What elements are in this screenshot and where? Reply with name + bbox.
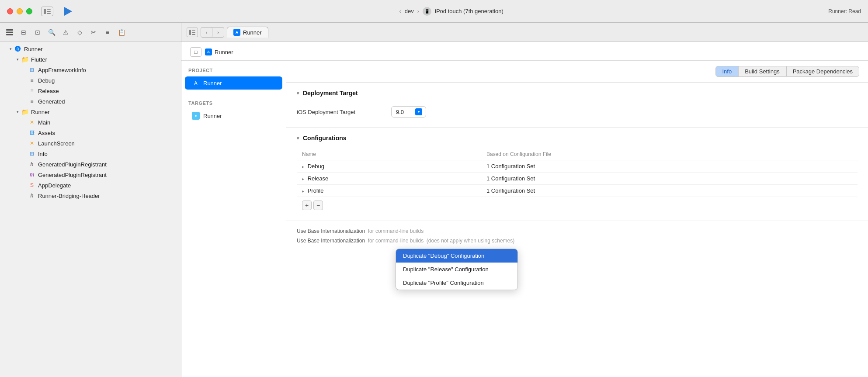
remove-config-button[interactable]: − — [313, 201, 323, 210]
file-icon: ≡ — [28, 97, 36, 105]
sidebar-item-runner-folder[interactable]: 📁 Runner — [2, 107, 179, 117]
nav-button-group: ‹ › — [201, 27, 224, 38]
sidebar-label-assets: Assets — [38, 130, 55, 136]
back-chevron-icon: ‹ — [399, 8, 401, 14]
config-debug-name: ▸ Debug — [297, 160, 481, 173]
breakpoints-icon[interactable]: ◇ — [73, 28, 86, 37]
row-chevron-icon: ▸ — [302, 176, 304, 181]
sidebar-content: 🅐 Runner 📁 Flutter ⊞ AppFrameworkInfo ≡ … — [0, 42, 181, 377]
ios-deployment-row: iOS Deployment Target 9.0 ▾ — [297, 104, 858, 120]
sidebar-item-generated[interactable]: ≡ Generated — [2, 96, 179, 107]
title-bar: ‹ dev › 📱 iPod touch (7th generation) Ru… — [0, 0, 868, 23]
deployment-target-section: ▾ Deployment Target iOS Deployment Targe… — [286, 83, 868, 128]
warning-icon[interactable]: ⚠ — [59, 28, 72, 37]
sidebar-item-appdelegate[interactable]: S AppDelegate — [2, 180, 179, 190]
sidebar-label-generated-plugin-h: GeneratedPluginRegistrant — [38, 161, 107, 168]
device-label: iPod touch (7th generation) — [435, 8, 503, 14]
loc-muted-text2: for command-line builds (does not apply … — [368, 238, 515, 244]
xcode2-icon: ✕ — [28, 139, 36, 147]
project-runner-icon: A — [192, 79, 200, 87]
title-center: ‹ dev › 📱 iPod touch (7th generation) — [80, 7, 823, 16]
svg-rect-0 — [44, 9, 46, 14]
sidebar-label-runner-root: Runner — [24, 46, 43, 52]
project-runner-item[interactable]: A Runner — [185, 76, 282, 90]
deployment-target-dropdown[interactable]: 9.0 ▾ — [391, 106, 426, 118]
tab-runner-label: Runner — [243, 29, 262, 36]
tab-build-settings[interactable]: Build Settings — [738, 66, 786, 77]
svg-rect-9 — [192, 32, 195, 33]
sidebar: ⊟ ⊡ 🔍 ⚠ ◇ ✂ ≡ 📋 🅐 Runner 📁 Flutter — [0, 23, 181, 377]
svg-rect-6 — [6, 34, 13, 35]
play-button[interactable] — [62, 5, 74, 17]
loc-line1: Use Base Internationalization for comman… — [297, 228, 858, 234]
table-row[interactable]: ▸ Profile 1 Configuration Set — [297, 185, 858, 197]
sidebar-item-debug[interactable]: ≡ Debug — [2, 75, 179, 86]
sidebar-item-generated-plugin-h[interactable]: h GeneratedPluginRegistrant — [2, 159, 179, 169]
h2-icon: h — [28, 192, 36, 200]
sidebar-item-info[interactable]: ⊞ Info — [2, 149, 179, 159]
col-based-on-header: Based on Configuration File — [481, 149, 858, 160]
dropdown-item-duplicate-release[interactable]: Duplicate "Release" Configuration — [396, 263, 517, 276]
inspector-toggle-btn[interactable]: □ — [190, 47, 201, 57]
sidebar-item-generated-plugin-m[interactable]: m GeneratedPluginRegistrant — [2, 169, 179, 180]
sidebar-item-appframeworkinfo[interactable]: ⊞ AppFrameworkInfo — [2, 65, 179, 75]
chevron-icon — [14, 56, 21, 63]
sidebar-item-assets[interactable]: 🖼 Assets — [2, 128, 179, 138]
sidebar-toggle-btn[interactable] — [187, 28, 198, 37]
add-config-button[interactable]: + — [302, 201, 312, 210]
table-row[interactable]: ▸ Release 1 Configuration Set — [297, 173, 858, 185]
sidebar-label-generated-plugin-m: GeneratedPluginRegistrant — [38, 172, 107, 178]
content-title: A Runner — [205, 48, 233, 55]
sidebar-item-release[interactable]: ≡ Release — [2, 86, 179, 96]
sidebar-item-launchscreen[interactable]: ✕ LaunchScreen — [2, 138, 179, 149]
forward-nav-button[interactable]: › — [212, 28, 224, 37]
svg-rect-4 — [6, 29, 13, 31]
svg-rect-5 — [6, 31, 13, 33]
search-icon[interactable]: 🔍 — [45, 28, 58, 37]
debug-icon[interactable]: ⊟ — [17, 28, 30, 37]
config-profile-name: ▸ Profile — [297, 185, 481, 197]
loc-muted-text: for command-line builds — [368, 228, 424, 234]
close-button[interactable] — [7, 8, 13, 14]
dropdown-item-duplicate-profile[interactable]: Duplicate "Profile" Configuration — [396, 276, 517, 290]
xcode-icon: ✕ — [28, 118, 36, 126]
chevron-icon — [7, 45, 14, 52]
filter-icon[interactable]: ≡ — [101, 28, 114, 37]
file-icon: ≡ — [28, 87, 36, 95]
main-content: PROJECT A Runner TARGETS ✦ Runner Info — [181, 61, 868, 377]
back-nav-button[interactable]: ‹ — [201, 28, 212, 37]
loc-note: (does not apply when using schemes) — [427, 238, 514, 244]
sidebar-item-flutter[interactable]: 📁 Flutter — [2, 54, 179, 65]
sidebar-toggle-icon[interactable] — [41, 7, 53, 16]
deployment-section-title: Deployment Target — [303, 90, 358, 97]
dropdown-item-duplicate-debug[interactable]: Duplicate "Debug" Configuration — [396, 249, 517, 263]
deployment-section-header[interactable]: ▾ Deployment Target — [297, 90, 858, 97]
config-section-title: Configurations — [303, 135, 347, 142]
clipboard-icon[interactable]: 📋 — [115, 28, 128, 37]
svg-rect-1 — [47, 9, 51, 10]
tab-info[interactable]: Info — [715, 66, 738, 77]
sidebar-item-runner-root[interactable]: 🅐 Runner — [2, 44, 179, 54]
hierarchy-icon[interactable]: ⊡ — [31, 28, 44, 37]
config-release-based-on: 1 Configuration Set — [481, 173, 858, 185]
deployment-value-label: 9.0 — [396, 109, 404, 115]
dropdown-arrow-icon: ▾ — [415, 108, 422, 115]
minimize-button[interactable] — [17, 8, 23, 14]
config-debug-based-on: 1 Configuration Set — [481, 160, 858, 173]
sidebar-item-bridging-header[interactable]: h Runner-Bridging-Header — [2, 190, 179, 201]
tab-runner[interactable]: A Runner — [227, 27, 268, 38]
sidebar-label-debug: Debug — [38, 77, 55, 84]
source-control-icon[interactable]: ✂ — [87, 28, 100, 37]
target-runner-item[interactable]: ✦ Runner — [185, 109, 282, 122]
grid2-icon: ⊞ — [28, 150, 36, 158]
navigator-icon[interactable] — [3, 28, 16, 37]
sidebar-item-main[interactable]: ✕ Main — [2, 117, 179, 128]
sidebar-toolbar: ⊟ ⊡ 🔍 ⚠ ◇ ✂ ≡ 📋 — [0, 23, 181, 42]
maximize-button[interactable] — [26, 8, 32, 14]
content-header: □ A Runner — [181, 42, 868, 61]
sidebar-label-runner-folder: Runner — [31, 109, 50, 115]
config-section-header[interactable]: ▾ Configurations — [297, 135, 858, 142]
tab-package-dependencies[interactable]: Package Dependencies — [786, 66, 859, 77]
table-row[interactable]: ▸ Debug 1 Configuration Set — [297, 160, 858, 173]
grid-icon: ⊞ — [28, 66, 36, 74]
